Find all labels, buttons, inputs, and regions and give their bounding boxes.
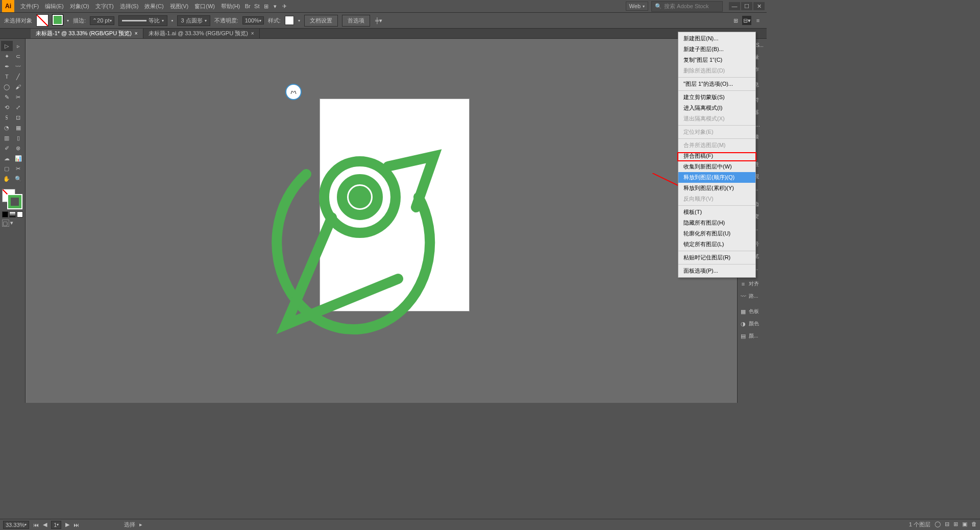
style-caret[interactable]: ▾ — [298, 18, 300, 23]
context-menu-item: 反向顺序(V) — [678, 194, 755, 204]
context-menu-item[interactable]: 锁定所有图层(L) — [678, 239, 755, 250]
close-icon[interactable]: × — [135, 31, 138, 36]
fill-swatch[interactable] — [36, 14, 48, 27]
dropdown-icon[interactable]: ▾ — [271, 2, 280, 11]
align-icon[interactable]: ╪▾ — [374, 16, 383, 25]
minimize-icon[interactable]: — — [729, 2, 740, 10]
mesh-tool[interactable]: ▥ — [1, 133, 13, 143]
context-menu-item[interactable]: 收集到新图层中(W) — [678, 161, 755, 172]
curvature-tool[interactable]: 〰 — [13, 61, 24, 71]
close-icon[interactable]: ✕ — [753, 2, 765, 10]
menu-edit[interactable]: 编辑(E) — [42, 2, 67, 11]
panel-item[interactable]: 〰路... — [738, 290, 767, 302]
context-menu-item[interactable]: 拼合图稿(F) — [678, 151, 755, 161]
panel-menu-icon[interactable]: ⊟▾ — [742, 16, 751, 25]
green-stroke-box[interactable] — [53, 15, 63, 26]
shaper-tool[interactable]: ✎ — [1, 92, 13, 102]
opacity-value[interactable]: 100%▾ — [242, 16, 264, 25]
selection-tool[interactable]: ▷ — [1, 41, 13, 51]
context-menu-item: 合并所选图层(M) — [678, 140, 755, 151]
workspace-dropdown[interactable]: Web▾ — [626, 2, 648, 11]
arrange-icon[interactable]: ⊞ — [261, 2, 271, 11]
context-menu-item[interactable]: 释放到图层(累积)(Y) — [678, 183, 755, 194]
perspective-tool[interactable]: ▦ — [13, 123, 24, 133]
maximize-icon[interactable]: ☐ — [741, 2, 752, 10]
menu-icon[interactable]: ≡ — [753, 16, 763, 25]
menu-select[interactable]: 选择(S) — [117, 2, 142, 11]
panel-toggle-icon[interactable]: ⊞ — [731, 16, 740, 25]
zoom-tool[interactable]: 🔍 — [13, 174, 24, 184]
panel-item[interactable]: ◑颜色 — [738, 318, 767, 330]
close-icon[interactable]: × — [251, 31, 254, 36]
context-menu-item[interactable]: "图层 1"的选项(O)... — [678, 79, 755, 89]
canvas[interactable] — [26, 39, 737, 403]
panel-item[interactable]: ≡对齐 — [738, 278, 767, 290]
stroke-color-caret[interactable]: ▾ — [67, 18, 69, 23]
swatch-mode-none[interactable] — [17, 211, 23, 218]
scale-tool[interactable]: ⤢ — [13, 102, 24, 112]
context-menu-item[interactable]: 进入隔离模式(I) — [678, 103, 755, 113]
line-tool[interactable]: ╱ — [13, 71, 24, 82]
artboard-tool[interactable]: ▢ — [1, 163, 13, 174]
symbol-spray-tool[interactable]: ☁ — [1, 153, 13, 163]
menu-type[interactable]: 文字(T) — [92, 2, 117, 11]
blend-tool[interactable]: ⊗ — [13, 143, 24, 153]
context-menu-item[interactable]: 新建图层(N)... — [678, 33, 755, 44]
free-transform-tool[interactable]: ⊡ — [13, 112, 24, 123]
pen-tool[interactable]: ✒ — [1, 61, 13, 71]
profile-dropdown[interactable]: 3 点圆形▾ — [177, 15, 210, 26]
panel-item[interactable]: ▦色板 — [738, 305, 767, 318]
doc-tab-1[interactable]: 未标题-1* @ 33.33% (RGB/GPU 预览) × — [31, 29, 143, 38]
context-menu-item[interactable]: 隐藏所有图层(H) — [678, 218, 755, 228]
panel-label: 对齐 — [749, 280, 759, 287]
context-menu-item[interactable]: 新建子图层(B)... — [678, 44, 755, 55]
color-swatches[interactable]: ▢ ▾ — [1, 188, 24, 228]
rotate-tool[interactable]: ⟲ — [1, 102, 13, 112]
stroke-color[interactable] — [8, 195, 21, 208]
eraser-tool[interactable]: ✂ — [13, 92, 24, 102]
stroke-weight[interactable]: ⌃20 pt▾ — [90, 16, 114, 25]
menu-effect[interactable]: 效果(C) — [141, 2, 166, 11]
ellipse-tool[interactable]: ◯ — [1, 82, 13, 92]
panel-label: 颜色 — [749, 320, 759, 327]
graph-tool[interactable]: 📊 — [13, 153, 24, 163]
menu-help[interactable]: 帮助(H) — [218, 2, 243, 11]
search-stock[interactable]: 🔍 搜索 Adobe Stock — [651, 1, 723, 12]
gradient-tool[interactable]: ▯ — [13, 133, 24, 143]
context-menu-item[interactable]: 面板选项(P)... — [678, 266, 755, 276]
swatch-mode-color[interactable] — [2, 211, 8, 218]
context-menu-item[interactable]: 建立剪切蒙版(S) — [678, 92, 755, 103]
eyedropper-tool[interactable]: ✐ — [1, 143, 13, 153]
doc-setup-button[interactable]: 文档设置 — [304, 15, 338, 27]
type-tool[interactable]: T — [1, 71, 13, 82]
context-menu-item[interactable]: 粘贴时记住图层(R) — [678, 252, 755, 263]
direct-select-tool[interactable]: ▹ — [13, 41, 24, 51]
context-menu-item[interactable]: 复制"图层 1"(C) — [678, 55, 755, 65]
menu-view[interactable]: 视图(V) — [167, 2, 192, 11]
shape-builder-tool[interactable]: ◔ — [1, 123, 13, 133]
width-tool[interactable]: ⫓ — [1, 112, 13, 123]
context-menu-item[interactable]: 轮廓化所有图层(U) — [678, 228, 755, 239]
swatch-mode-gradient[interactable] — [9, 211, 15, 218]
magic-wand-tool[interactable]: ✦ — [1, 51, 13, 61]
menu-file[interactable]: 文件(F) — [17, 2, 42, 11]
lasso-tool[interactable]: ⊂ — [13, 51, 24, 61]
bridge-icon[interactable]: Br — [243, 2, 252, 11]
context-menu-item[interactable]: 释放到图层(顺序)(Q) — [678, 172, 755, 183]
style-swatch[interactable] — [285, 16, 294, 25]
stock-icon[interactable]: St — [252, 2, 261, 11]
panel-item[interactable]: ▤颜... — [738, 330, 767, 342]
slice-tool[interactable]: ✂ — [13, 163, 24, 174]
ratio-dropdown[interactable]: 等比▾ — [118, 15, 167, 26]
menu-object[interactable]: 对象(O) — [67, 2, 92, 11]
menu-window[interactable]: 窗口(W) — [191, 2, 218, 11]
hand-tool[interactable]: ✋ — [1, 174, 13, 184]
layers-context-menu: 新建图层(N)...新建子图层(B)...复制"图层 1"(C)删除所选图层(D… — [678, 32, 756, 278]
plane-icon[interactable]: ✈ — [280, 2, 289, 11]
prefs-button[interactable]: 首选项 — [342, 15, 370, 27]
screen-mode[interactable]: ▢ — [2, 220, 9, 227]
doc-tab-2[interactable]: 未标题-1.ai @ 33.33% (RGB/GPU 预览) × — [143, 29, 260, 38]
screen-mode-caret[interactable]: ▾ — [10, 220, 17, 227]
context-menu-item[interactable]: 模板(T) — [678, 207, 755, 218]
brush-tool[interactable]: 🖌 — [13, 82, 24, 92]
